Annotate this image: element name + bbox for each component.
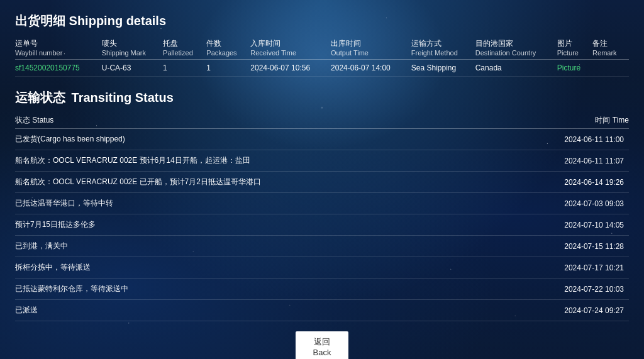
shipping-mark-cell: U-CA-63 [102,60,163,77]
status-cell: 已发货(Cargo has been shipped) [15,129,503,150]
status-cell: 船名航次：OOCL VERACRUZ 002E 预计6月14日开船，起运港：盐田 [15,150,503,172]
destination-country-cell: Canada [475,60,557,77]
shipping-table: 运单号Waybill number 唛头Shipping Mark 托盘Pall… [15,36,629,77]
status-table-row: 拆柜分拣中，等待派送2024-07-17 10:21 [15,257,629,279]
back-button-container: 返回 Back [15,331,629,359]
status-table-row: 已派送2024-07-24 09:27 [15,300,629,321]
transiting-status-title: 运输状态 Transiting Status [15,89,629,106]
status-cell: 船名航次：OOCL VERACRUZ 002E 已开船，预计7月2日抵达温哥华港… [15,172,503,193]
status-table-row: 已到港，满关中2024-07-15 11:28 [15,236,629,257]
time-header-zh: 时间 [595,116,610,124]
status-table-row: 已发货(Cargo has been shipped)2024-06-11 11… [15,129,629,150]
col-destination: 目的港国家Destination Country [475,36,557,60]
time-cell: 2024-07-22 10:03 [503,279,629,300]
packages-cell: 1 [206,60,250,77]
transiting-title-en: Transiting Status [72,91,174,104]
back-button-zh: 返回 [314,337,330,346]
status-table-row: 已抵达蒙特利尔仓库，等待派送中2024-07-22 10:03 [15,279,629,300]
status-cell: 已派送 [15,300,503,321]
col-palletized: 托盘Palletized [163,36,206,60]
status-header-en: Status [32,116,53,124]
time-cell: 2024-07-24 09:27 [503,300,629,321]
time-cell: 2024-07-17 10:21 [503,257,629,279]
shipping-table-header-row: 运单号Waybill number 唛头Shipping Mark 托盘Pall… [15,36,629,60]
shipping-title-zh: 出货明细 [15,14,65,28]
col-received-time: 入库时间Received Time [250,36,331,60]
col-shipping-mark: 唛头Shipping Mark [102,36,163,60]
back-button-en: Back [313,348,331,357]
col-freight-method: 运输方式Freight Method [411,36,475,60]
time-cell: 2024-06-14 19:26 [503,172,629,193]
col-remark: 备注Remark [592,36,629,60]
status-col-header: 状态 Status [15,113,503,129]
time-cell: 2024-06-11 11:00 [503,129,629,150]
output-time-cell: 2024-06-07 14:00 [331,60,411,77]
time-cell: 2024-07-10 14:05 [503,214,629,236]
status-header-zh: 状态 [15,116,30,124]
col-waybill: 运单号Waybill number [15,36,102,60]
status-table-row: 已抵达温哥华港口，等待中转2024-07-03 09:03 [15,193,629,214]
status-table-row: 船名航次：OOCL VERACRUZ 002E 预计6月14日开船，起运港：盐田… [15,150,629,172]
received-time-cell: 2024-06-07 10:56 [250,60,331,77]
waybill-link[interactable]: sf14520020150775 [15,64,80,72]
time-col-header: 时间 Time [503,113,629,129]
status-cell: 已到港，满关中 [15,236,503,257]
shipping-title-en: Shipping details [69,14,166,28]
picture-link[interactable]: Picture [557,64,580,72]
palletized-cell: 1 [163,60,206,77]
time-header-en: Time [613,116,629,124]
col-packages: 件数Packages [206,36,250,60]
status-cell: 预计7月15日抵达多伦多 [15,214,503,236]
status-cell: 已抵达温哥华港口，等待中转 [15,193,503,214]
transiting-title-zh: 运输状态 [15,91,65,104]
time-cell: 2024-07-15 11:28 [503,236,629,257]
col-picture: 图片Picture [557,36,592,60]
freight-method-cell: Sea Shipping [411,60,475,77]
status-cell: 拆柜分拣中，等待派送 [15,257,503,279]
back-button[interactable]: 返回 Back [296,331,349,359]
remark-cell [592,60,629,77]
status-table: 状态 Status 时间 Time 已发货(Cargo has been shi… [15,113,629,321]
status-table-header-row: 状态 Status 时间 Time [15,113,629,129]
col-output-time: 出库时间Output Time [331,36,411,60]
status-table-row: 预计7月15日抵达多伦多2024-07-10 14:05 [15,214,629,236]
time-cell: 2024-07-03 09:03 [503,193,629,214]
time-cell: 2024-06-11 11:07 [503,150,629,172]
shipping-details-title: 出货明细 Shipping details [15,13,629,30]
status-table-row: 船名航次：OOCL VERACRUZ 002E 已开船，预计7月2日抵达温哥华港… [15,172,629,193]
shipping-table-row: sf14520020150775U-CA-63112024-06-07 10:5… [15,60,629,77]
status-cell: 已抵达蒙特利尔仓库，等待派送中 [15,279,503,300]
